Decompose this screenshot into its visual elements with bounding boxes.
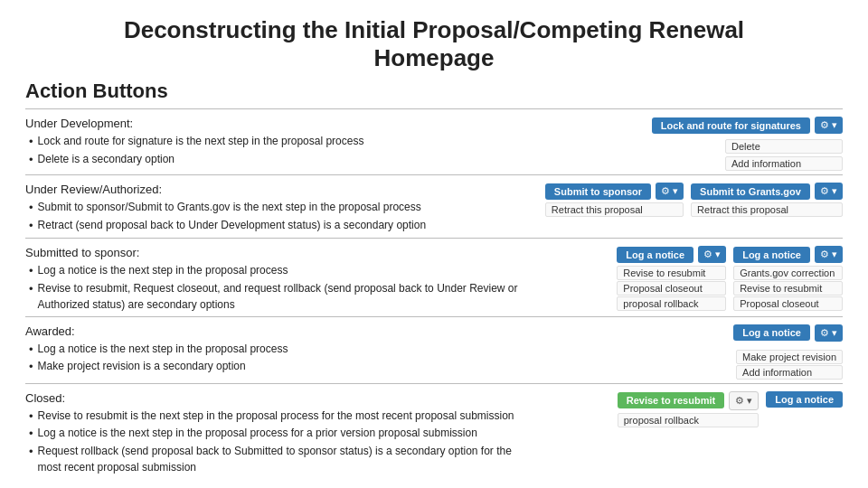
section-title-submitted-sponsor: Submitted to sponsor: <box>25 246 526 259</box>
submitted-dropdown1: Revise to resubmit Proposal closeout pro… <box>617 266 726 311</box>
ui-row-revise-closed: Revise to resubmit ⚙ ▾ <box>618 391 759 410</box>
section-ui-under-development: Lock and route for signatures ⚙ ▾ Delete… <box>535 117 843 171</box>
add-information-option[interactable]: Add information <box>725 156 843 171</box>
revise-resubmit-option2[interactable]: Revise to resubmit <box>733 281 843 296</box>
list-item: Request rollback (send proposal back to … <box>29 443 526 475</box>
submit-grants-col: Submit to Grants.gov ⚙ ▾ Retract this pr… <box>691 183 843 217</box>
ui-cols-submitted: Log a notice ⚙ ▾ Revise to resubmit Prop… <box>617 246 843 311</box>
ui-cols-closed: Revise to resubmit ⚙ ▾ proposal rollback… <box>618 391 843 427</box>
section-ui-closed: Revise to resubmit ⚙ ▾ proposal rollback… <box>535 391 843 427</box>
section-submitted-sponsor: Submitted to sponsor: Log a notice is th… <box>25 238 843 316</box>
proposal-rollback-closed[interactable]: proposal rollback <box>618 413 759 427</box>
revise-resubmit-option1[interactable]: Revise to resubmit <box>617 266 726 280</box>
section-content-closed: Closed: Revise to resubmit is the next s… <box>25 391 526 475</box>
submit-to-sponsor-button[interactable]: Submit to sponsor <box>545 183 651 200</box>
list-item: Log a notice is the next step in the pro… <box>29 341 526 359</box>
submit-to-grants-button[interactable]: Submit to Grants.gov <box>691 183 810 200</box>
list-item: Delete is a secondary option <box>29 151 526 169</box>
make-project-revision-option[interactable]: Make project revision <box>736 350 843 364</box>
revise-resubmit-button-closed[interactable]: Revise to resubmit <box>618 392 724 408</box>
ui-row-lock: Lock and route for signatures ⚙ ▾ <box>652 117 843 134</box>
lock-route-button[interactable]: Lock and route for signatures <box>652 117 810 134</box>
ui-row-submit-grants: Submit to Grants.gov ⚙ ▾ <box>691 183 843 200</box>
closed-dropdown1: proposal rollback <box>618 413 759 427</box>
log-notice-gear2[interactable]: ⚙ ▾ <box>815 246 843 263</box>
section-under-development: Under Development: Lock and route for si… <box>25 108 843 174</box>
section-ui-awarded: Log a notice ⚙ ▾ Make project revision A… <box>535 324 843 380</box>
list-item: Log a notice is the next step in the pro… <box>29 262 526 280</box>
ui-row-awarded-log: Log a notice ⚙ ▾ <box>733 324 843 342</box>
ui-row-submit-sponsor: Submit to sponsor ⚙ ▾ <box>545 183 684 200</box>
section-content-awarded: Awarded: Log a notice is the next step i… <box>25 324 526 376</box>
submitted-dropdown2: Grants.gov correction Revise to resubmit… <box>733 266 843 311</box>
bullet-list-under-development: Lock and route for signature is the next… <box>25 133 526 168</box>
submit-sponsor-gear-button[interactable]: ⚙ ▾ <box>656 183 684 200</box>
section-awarded: Awarded: Log a notice is the next step i… <box>25 316 843 383</box>
list-item: Retract (send proposal back to Under Dev… <box>29 217 526 235</box>
proposal-rollback-option1[interactable]: proposal rollback <box>617 296 726 311</box>
add-information-awarded[interactable]: Add information <box>736 365 843 380</box>
list-item: Submit to sponsor/Submit to Grants.gov i… <box>29 199 526 217</box>
section-content-submitted-sponsor: Submitted to sponsor: Log a notice is th… <box>25 246 526 313</box>
retract-proposal-option2[interactable]: Retract this proposal <box>691 202 843 217</box>
section-closed: Closed: Revise to resubmit is the next s… <box>25 383 843 479</box>
list-item: Log a notice is the next step in the pro… <box>29 425 526 443</box>
log-notice-closed-col: Log a notice <box>766 391 843 408</box>
bullet-list-under-review: Submit to sponsor/Submit to Grants.gov i… <box>25 199 526 234</box>
request-closeout-option[interactable]: Proposal closeout <box>617 281 726 296</box>
retract-proposal-option1[interactable]: Retract this proposal <box>545 202 684 217</box>
lock-route-gear-button[interactable]: ⚙ ▾ <box>815 117 843 134</box>
grants-correction-option[interactable]: Grants.gov correction <box>733 266 843 280</box>
list-item: Revise to resubmit is the next step in t… <box>29 408 526 426</box>
section-content-under-development: Under Development: Lock and route for si… <box>25 117 526 168</box>
section-under-review: Under Review/Authorized: Submit to spons… <box>25 174 843 238</box>
awarded-dropdown: Make project revision Add information <box>736 349 843 380</box>
section-title-awarded: Awarded: <box>25 324 526 338</box>
delete-option[interactable]: Delete <box>725 139 843 154</box>
ui-row-log-closed: Log a notice <box>766 391 843 408</box>
revise-resubmit-gear-closed[interactable]: ⚙ ▾ <box>729 391 759 410</box>
submit-sponsor-col: Submit to sponsor ⚙ ▾ Retract this propo… <box>545 183 684 217</box>
bullet-list-awarded: Log a notice is the next step in the pro… <box>25 341 526 376</box>
section-content-under-review: Under Review/Authorized: Submit to spons… <box>25 183 526 234</box>
section-title-closed: Closed: <box>25 391 526 405</box>
revise-resubmit-closed-col: Revise to resubmit ⚙ ▾ proposal rollback <box>618 391 759 427</box>
page-title: Deconstructing the Initial Proposal/Comp… <box>25 16 843 72</box>
section-ui-submitted-sponsor: Log a notice ⚙ ▾ Revise to resubmit Prop… <box>535 246 843 311</box>
section-label: Action Buttons <box>25 80 843 103</box>
log-notice-col1: Log a notice ⚙ ▾ Revise to resubmit Prop… <box>617 246 726 311</box>
section-title-under-review: Under Review/Authorized: <box>25 183 526 196</box>
bullet-list-closed: Revise to resubmit is the next step in t… <box>25 408 526 475</box>
ui-cols-review: Submit to sponsor ⚙ ▾ Retract this propo… <box>545 183 843 217</box>
proposal-closeout-option2[interactable]: Proposal closeout <box>733 296 843 311</box>
list-item: Lock and route for signature is the next… <box>29 133 526 151</box>
bullet-list-submitted-sponsor: Log a notice is the next step in the pro… <box>25 262 526 313</box>
log-notice-col2: Log a notice ⚙ ▾ Grants.gov correction R… <box>733 246 843 311</box>
submit-grants-gear-button[interactable]: ⚙ ▾ <box>815 183 843 200</box>
log-notice-button-awarded[interactable]: Log a notice <box>733 324 810 341</box>
log-notice-gear1[interactable]: ⚙ ▾ <box>698 246 726 263</box>
list-item: Revise to resubmit, Request closeout, an… <box>29 280 526 313</box>
log-notice-gear-awarded[interactable]: ⚙ ▾ <box>815 324 843 342</box>
log-notice-button-closed[interactable]: Log a notice <box>766 391 843 408</box>
log-notice-button1[interactable]: Log a notice <box>617 247 693 263</box>
under-dev-dropdown: Delete Add information <box>725 138 843 171</box>
section-ui-under-review: Submit to sponsor ⚙ ▾ Retract this propo… <box>535 183 843 217</box>
ui-row-log-notice1: Log a notice ⚙ ▾ <box>617 246 726 263</box>
ui-row-log-notice2: Log a notice ⚙ ▾ <box>733 246 843 263</box>
section-title-under-development: Under Development: <box>25 117 526 130</box>
list-item: Make project revision is a secondary opt… <box>29 358 526 376</box>
log-notice-button2[interactable]: Log a notice <box>733 247 810 263</box>
